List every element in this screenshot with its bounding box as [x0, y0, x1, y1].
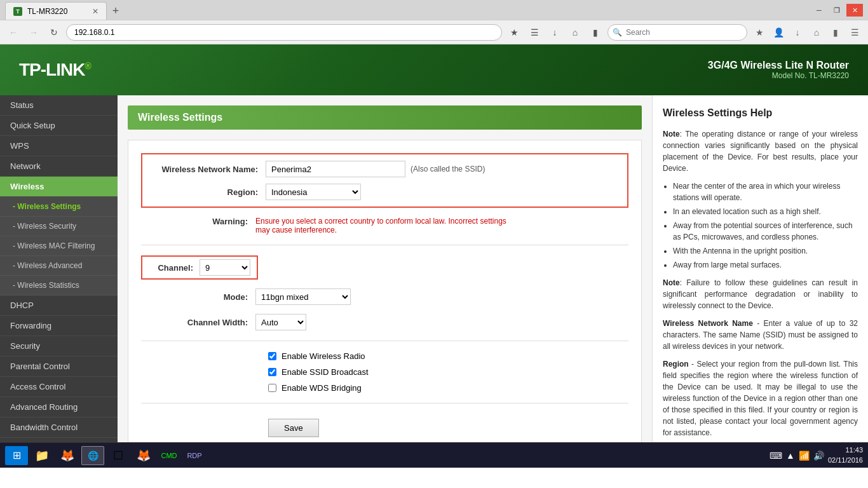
warning-text: Ensure you select a correct country to c…	[255, 217, 510, 234]
taskbar-remote[interactable]: RDP	[183, 446, 206, 465]
sidebar-item-wireless-advanced[interactable]: - Wireless Advanced	[0, 256, 118, 276]
enable-wireless-radio-checkbox[interactable]	[268, 352, 276, 360]
help-note2-bold: Note	[663, 278, 680, 287]
sidebar-item-wireless-mac-filtering[interactable]: - Wireless MAC Filtering	[0, 236, 118, 256]
channel-width-select[interactable]: Auto 20MHz 40MHz	[255, 314, 306, 330]
help-title: Wireless Settings Help	[663, 105, 858, 121]
enable-wireless-radio-label[interactable]: Enable Wireless Radio	[281, 351, 365, 361]
sidebar-item-forwarding[interactable]: Forwarding	[0, 316, 118, 336]
tab-favicon: T	[13, 7, 22, 16]
sidebar-item-wps[interactable]: WPS	[0, 136, 118, 156]
sidebar-item-ip-mac-binding[interactable]: IP & MAC Binding	[0, 438, 118, 442]
help-list-item: With the Antenna in the upright position…	[673, 245, 858, 257]
channel-select[interactable]: 9 1234 5678 1011Auto	[200, 259, 250, 276]
sidebar-item-network[interactable]: Network	[0, 156, 118, 177]
enable-wds-bridging-row: Enable WDS Bridging	[268, 383, 628, 393]
reader-view-button[interactable]: ☰	[526, 24, 543, 41]
refresh-button[interactable]: ↻	[46, 24, 62, 41]
tp-link-logo: TP-LINK®	[19, 60, 91, 80]
tab-title: TL-MR3220	[27, 7, 67, 16]
tab-close-button[interactable]: ✕	[92, 7, 98, 16]
wireless-settings-form: Wireless Network Name: (Also called the …	[128, 140, 642, 442]
sidebar-item-parental-control[interactable]: Parental Control	[0, 356, 118, 377]
clock-time: 11:43	[828, 445, 863, 455]
taskbar-browser-active[interactable]: 🌐	[81, 446, 104, 465]
enable-wds-bridging-checkbox[interactable]	[268, 384, 276, 392]
nav-icons: ★ 👤 ↓ ⌂ ▮ ☰	[751, 24, 863, 41]
address-bar[interactable]	[66, 24, 502, 41]
forward-button[interactable]: →	[25, 24, 42, 41]
bookmark-star-button[interactable]: ★	[506, 24, 522, 41]
new-tab-button[interactable]: +	[107, 2, 125, 20]
taskbar-file-explorer[interactable]: 📁	[31, 446, 53, 465]
sidebar-item-wireless-statistics[interactable]: - Wireless Statistics	[0, 276, 118, 295]
network-name-label: Wireless Network Name:	[151, 165, 266, 174]
bookmarks-button[interactable]: ★	[751, 24, 768, 41]
sidebar-item-access-control[interactable]: Access Control	[0, 377, 118, 397]
enable-wds-bridging-label[interactable]: Enable WDS Bridging	[281, 383, 362, 393]
tray-keyboard-icon[interactable]: ⌨	[770, 451, 782, 461]
help-list-item: Away from the potential sources of inter…	[673, 220, 858, 243]
taskbar-firefox[interactable]: 🦊	[56, 446, 79, 465]
divider1	[141, 245, 628, 245]
menu-button[interactable]: ☰	[846, 24, 863, 41]
content-area: Wireless Settings Wireless Network Name:…	[118, 95, 652, 442]
back-button[interactable]: ←	[5, 24, 22, 41]
taskbar-terminal[interactable]: CMD	[158, 446, 180, 465]
sidebar-item-security[interactable]: Security	[0, 336, 118, 356]
network-name-input[interactable]	[266, 161, 405, 177]
download2-button[interactable]: ↓	[789, 24, 806, 41]
region-label: Region:	[151, 187, 266, 197]
mode-select[interactable]: 11bgn mixed 11b only 11g only 11n only	[255, 288, 351, 305]
sidebar-item-dhcp[interactable]: DHCP	[0, 295, 118, 316]
search-input[interactable]	[607, 24, 747, 41]
tray-network2-icon[interactable]: 📶	[799, 451, 810, 461]
help-region-title: Region	[663, 360, 689, 369]
enable-wireless-radio-row: Enable Wireless Radio	[268, 351, 628, 361]
sidebar-item-advanced-routing[interactable]: Advanced Routing	[0, 397, 118, 417]
model-number: Model No. TL-MR3220	[708, 71, 849, 80]
enable-ssid-broadcast-label[interactable]: Enable SSID Broadcast	[281, 367, 369, 377]
help-panel: Wireless Settings Help Note: The operati…	[652, 95, 868, 442]
help-note2: Note: Failure to follow these guidelines…	[663, 277, 858, 311]
sidebar: Status Quick Setup WPS Network Wireless …	[0, 95, 118, 442]
sidebar-item-quicksetup[interactable]: Quick Setup	[0, 116, 118, 136]
tab-bar: T TL-MR3220 ✕ +	[0, 0, 868, 20]
sidebar-item-wireless[interactable]: Wireless	[0, 177, 118, 197]
start-button[interactable]: ⊞	[5, 446, 28, 465]
network-name-row: Wireless Network Name: (Also called the …	[151, 161, 618, 177]
minimize-button[interactable]: ─	[811, 4, 827, 17]
taskbar-clock: 11:43 02/11/2016	[828, 445, 863, 465]
channel-highlight-box: Channel: 9 1234 5678 1011Auto	[141, 255, 258, 280]
enable-ssid-broadcast-checkbox[interactable]	[268, 368, 276, 376]
sidebar-item-status[interactable]: Status	[0, 95, 118, 116]
save-button[interactable]: Save	[268, 419, 319, 437]
taskbar-virtualbox[interactable]: ☐	[107, 446, 130, 465]
warning-row: Warning: Ensure you select a correct cou…	[141, 217, 628, 234]
maximize-button[interactable]: ❐	[829, 4, 845, 17]
tray-sound-icon[interactable]: 🔊	[813, 451, 824, 461]
help-region: Region - Select your region from the pul…	[663, 358, 858, 438]
close-button[interactable]: ✕	[846, 4, 863, 17]
taskbar: ⊞ 📁 🦊 🌐 ☐ 🦊 CMD RDP ⌨ ▲ 📶 🔊 11:43 02/11/…	[0, 442, 868, 468]
router-header: TP-LINK® 3G/4G Wireless Lite N Router Mo…	[0, 44, 868, 95]
mode-row: Mode: 11bgn mixed 11b only 11g only 11n …	[141, 288, 628, 305]
sidebar-item-wireless-settings[interactable]: - Wireless Settings	[0, 197, 118, 217]
sidebar-item-wireless-security[interactable]: - Wireless Security	[0, 217, 118, 236]
home-button[interactable]: ⌂	[567, 24, 583, 41]
active-tab[interactable]: T TL-MR3220 ✕	[5, 2, 107, 20]
taskbar-firefox2[interactable]: 🦊	[132, 446, 155, 465]
tray-network-icon[interactable]: ▲	[786, 451, 795, 461]
sidebar-item-bandwidth-control[interactable]: Bandwidth Control	[0, 417, 118, 438]
home2-button[interactable]: ⌂	[808, 24, 825, 41]
help-list: Near the center of the area in which you…	[673, 180, 858, 271]
divider2	[141, 341, 628, 341]
shield2-button[interactable]: ▮	[827, 24, 844, 41]
search-container: 🔍	[607, 24, 747, 41]
help-list-item: Near the center of the area in which you…	[673, 180, 858, 203]
help-ssid-title: Wireless Network Name	[663, 319, 753, 328]
download-button[interactable]: ↓	[546, 24, 563, 41]
region-select[interactable]: Indonesia United States Other	[266, 184, 361, 200]
shield-button[interactable]: ▮	[587, 24, 604, 41]
sync-button[interactable]: 👤	[770, 24, 787, 41]
